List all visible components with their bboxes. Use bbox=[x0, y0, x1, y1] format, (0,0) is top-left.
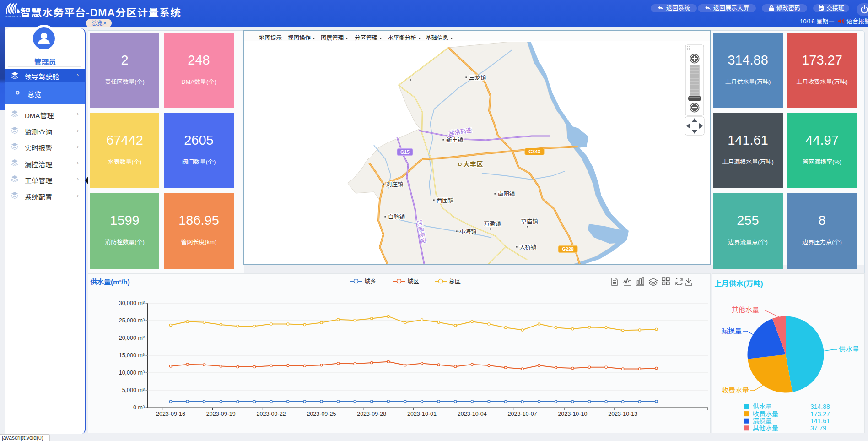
svg-text:25,000 m³: 25,000 m³ bbox=[119, 317, 145, 324]
svg-text:供水量: 供水量 bbox=[753, 403, 772, 410]
svg-text:2023-10-04: 2023-10-04 bbox=[458, 411, 487, 417]
svg-text:2023-09-25: 2023-09-25 bbox=[307, 411, 336, 417]
svg-text:刘庄镇: 刘庄镇 bbox=[386, 181, 404, 188]
svg-text:收费水量: 收费水量 bbox=[722, 387, 749, 394]
svg-text:西团镇: 西团镇 bbox=[437, 197, 454, 204]
svg-text:大丰区: 大丰区 bbox=[463, 161, 483, 168]
svg-text:新丰镇: 新丰镇 bbox=[446, 137, 464, 143]
svg-text:G15: G15 bbox=[400, 149, 410, 155]
svg-text:2023-10-13: 2023-10-13 bbox=[608, 411, 637, 417]
svg-text:141.61: 141.61 bbox=[810, 417, 830, 425]
svg-text:0 m³: 0 m³ bbox=[133, 404, 145, 411]
svg-text:小海镇: 小海镇 bbox=[459, 229, 477, 235]
svg-text:2023-10-10: 2023-10-10 bbox=[558, 411, 587, 417]
svg-text:5,000 m³: 5,000 m³ bbox=[122, 387, 145, 393]
svg-text:2023-09-22: 2023-09-22 bbox=[257, 411, 286, 417]
svg-text:2023-09-19: 2023-09-19 bbox=[206, 411, 236, 417]
svg-text:314.88: 314.88 bbox=[810, 403, 830, 410]
svg-text:漏损量: 漏损量 bbox=[753, 417, 772, 425]
svg-text:白驹镇: 白驹镇 bbox=[388, 214, 405, 220]
svg-text:万盈镇: 万盈镇 bbox=[484, 221, 501, 227]
svg-text:2023-10-01: 2023-10-01 bbox=[407, 411, 437, 417]
svg-text:2023-10-07: 2023-10-07 bbox=[508, 411, 537, 417]
svg-text:南阳镇: 南阳镇 bbox=[498, 191, 515, 197]
svg-text:三龙镇: 三龙镇 bbox=[469, 75, 486, 81]
svg-text:15,000 m³: 15,000 m³ bbox=[119, 352, 145, 359]
svg-text:37.79: 37.79 bbox=[810, 425, 826, 432]
svg-text:其他水量: 其他水量 bbox=[732, 306, 759, 314]
svg-text:173.27: 173.27 bbox=[810, 410, 830, 418]
svg-text:总区: 总区 bbox=[449, 278, 461, 285]
svg-text:2023-09-16: 2023-09-16 bbox=[156, 411, 185, 417]
svg-text:供水量: 供水量 bbox=[839, 345, 859, 353]
svg-text:30,000 m³: 30,000 m³ bbox=[119, 300, 145, 306]
svg-text:收费水量: 收费水量 bbox=[753, 410, 778, 418]
svg-text:G343: G343 bbox=[528, 149, 540, 154]
svg-text:草庙镇: 草庙镇 bbox=[521, 218, 538, 225]
svg-text:城乡: 城乡 bbox=[364, 278, 376, 285]
svg-text:20,000 m³: 20,000 m³ bbox=[119, 335, 145, 341]
svg-text:其他水量: 其他水量 bbox=[753, 425, 778, 432]
svg-text:2023-09-28: 2023-09-28 bbox=[357, 411, 386, 417]
svg-text:G228: G228 bbox=[562, 246, 574, 252]
svg-text:大桥镇: 大桥镇 bbox=[519, 244, 537, 250]
svg-text:10,000 m³: 10,000 m³ bbox=[119, 370, 145, 376]
svg-text:城区: 城区 bbox=[407, 278, 419, 285]
svg-text:漏损量: 漏损量 bbox=[721, 327, 742, 335]
